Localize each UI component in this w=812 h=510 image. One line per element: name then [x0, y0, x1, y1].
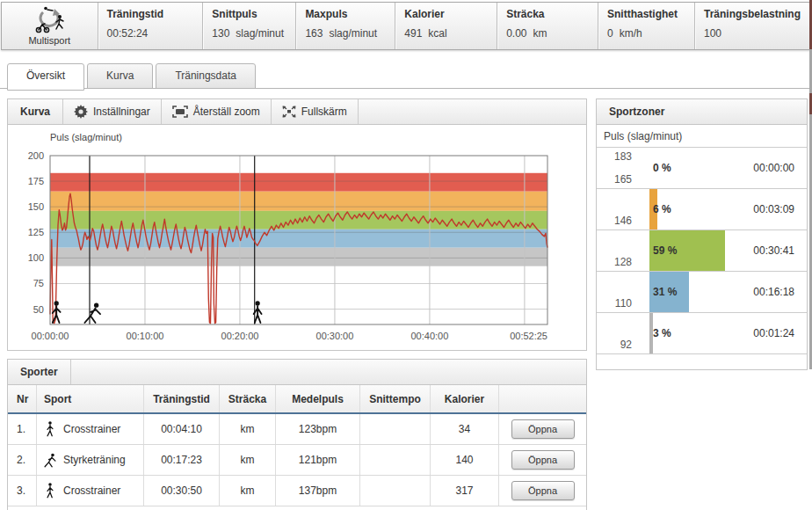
x-axis-tick: 00:40:00	[411, 331, 449, 341]
tab-versikt[interactable]: Översikt	[7, 63, 84, 91]
cell-action: Öppna	[498, 476, 586, 506]
header-stat: Träningsbelastning100	[694, 3, 809, 49]
x-axis-tick: 00:52:25	[510, 331, 547, 341]
stat-value: 130slag/minut	[212, 27, 286, 40]
col-header: Träningstid	[143, 385, 219, 412]
sport-figure-icon	[45, 454, 55, 467]
crosstrainer-icon	[44, 482, 56, 499]
cell-calories: 317	[430, 476, 498, 506]
fullscreen-icon	[282, 106, 296, 118]
open-button[interactable]: Öppna	[511, 450, 575, 470]
zone-time: 00:16:18	[753, 286, 794, 298]
header-stat: Snitthastighet0km/h	[598, 3, 694, 49]
y-axis-tick: 50	[33, 304, 44, 315]
chart-axis-title: Puls (slag/minut)	[50, 132, 122, 142]
stat-value: 0.00km	[506, 27, 589, 40]
cell-avg-hr: 137bpm	[275, 476, 359, 506]
col-header: Medelpuls	[275, 385, 359, 412]
stat-value-number: 100	[704, 27, 721, 40]
tool-button-label: Återställ zoom	[193, 106, 260, 118]
sport-name: Crosstrainer	[63, 484, 120, 497]
heart-rate-chart-area: Puls (slag/minut) 200175150125100755000:…	[8, 125, 586, 352]
stat-value: 100	[704, 27, 801, 40]
stat-value-unit: slag/minut	[236, 27, 284, 40]
training-app-window: Multisport Träningstid00:52:24Snittpuls1…	[0, 0, 812, 510]
cell-sport: Crosstrainer	[36, 476, 143, 506]
sportzones-header: Sportzoner	[597, 99, 807, 125]
reset-zoom-button[interactable]: Återställ zoom	[162, 99, 272, 124]
tab-kurva[interactable]: Kurva	[87, 63, 153, 89]
zone-lower-bound: 110	[597, 297, 632, 310]
stat-label: Sträcka	[506, 8, 589, 20]
cell-pace	[359, 476, 430, 506]
header-stat: Maxpuls163slag/minut	[295, 3, 395, 49]
cell-pace	[359, 414, 430, 444]
x-axis-tick: 00:30:00	[316, 331, 354, 341]
y-axis-tick: 75	[33, 278, 44, 288]
summary-bar: Multisport Träningstid00:52:24Snittpuls1…	[1, 2, 810, 50]
cell-time: 00:17:23	[143, 445, 219, 475]
fullscreen-button[interactable]: Fullskärm	[272, 99, 359, 124]
col-header: Sträcka	[219, 385, 275, 412]
heart-rate-chart[interactable]: 200175150125100755000:00:0000:10:0000:20…	[15, 152, 560, 349]
stat-value: 00:52:24	[107, 27, 194, 40]
zone-percent: 3 %	[653, 327, 671, 339]
col-header: Sport	[36, 385, 143, 412]
zone-lower-bound: 92	[597, 339, 632, 351]
zone-row: 11031 %00:16:18	[597, 272, 807, 313]
sport-type-label: Multisport	[28, 35, 70, 46]
hr-zone-band	[50, 248, 547, 266]
crosstrainer-icon	[44, 420, 56, 438]
cell-time: 00:04:10	[143, 414, 219, 444]
zone-row: 1466 %00:03:09	[597, 189, 807, 230]
col-header: Kalorier	[430, 385, 498, 412]
zone-time: 00:00:00	[753, 162, 794, 174]
header-stat: Sträcka0.00km	[497, 3, 598, 49]
zone-percent: 6 %	[653, 203, 671, 215]
zone-row: 1831650 %00:00:00	[597, 148, 807, 189]
zone-lower-bound: 128	[597, 256, 632, 268]
stat-value-unit: km	[533, 27, 547, 40]
sports-table-header: NrSportTräningstidSträckaMedelpulsSnitte…	[8, 385, 586, 414]
cell-nr: 2.	[8, 445, 36, 475]
stat-value-number: 130	[212, 27, 229, 40]
zone-row: 12859 %00:30:41	[597, 230, 807, 272]
curve-panel: Kurva InställningarÅterställ zoomFullskä…	[7, 98, 587, 351]
zone-rows: 1831650 %00:00:001466 %00:03:0912859 %00…	[597, 148, 807, 354]
y-axis-tick: 150	[28, 201, 44, 212]
zone-time: 00:03:09	[753, 203, 794, 215]
styrketrning-icon	[44, 451, 56, 469]
tool-button-label: Inställningar	[93, 106, 150, 118]
gear-icon	[74, 105, 88, 119]
gear-button[interactable]: Inställningar	[63, 99, 162, 124]
sport-figure-icon	[47, 421, 53, 436]
zone-time: 00:01:24	[753, 327, 794, 339]
stat-label: Träningsbelastning	[704, 8, 801, 20]
open-button[interactable]: Öppna	[511, 419, 575, 439]
col-header	[498, 385, 586, 412]
sportzones-title: Sportzoner	[597, 99, 677, 124]
stat-value-number: 00:52:24	[107, 27, 149, 40]
col-header: Snittempo	[359, 385, 430, 412]
stat-value: 163slag/minut	[305, 27, 386, 40]
sportzones-panel: Sportzoner Puls (slag/minut) 1831650 %00…	[596, 98, 808, 370]
cell-avg-hr: 123bpm	[275, 414, 359, 444]
sport-row: 1.Crosstrainer00:04:10km123bpm34Öppna	[8, 414, 586, 445]
stat-label: Kalorier	[404, 8, 488, 20]
hr-zone-band	[50, 192, 547, 211]
stat-value-unit: slag/minut	[329, 27, 377, 40]
header-stat: Träningstid00:52:24	[98, 3, 203, 49]
cell-avg-hr: 121bpm	[275, 445, 359, 475]
cell-sport: Crosstrainer	[36, 414, 143, 444]
sports-panel: Sporter NrSportTräningstidSträckaMedelpu…	[7, 359, 587, 510]
open-button[interactable]: Öppna	[511, 481, 575, 500]
y-axis-tick: 125	[28, 227, 44, 237]
cell-distance: km	[219, 445, 275, 475]
reset-zoom-icon	[172, 106, 188, 118]
cell-distance: km	[219, 414, 275, 444]
zone-lower-bound: 146	[597, 215, 632, 227]
curve-panel-title: Kurva	[8, 99, 63, 124]
tab-trningsdata[interactable]: Träningsdata	[156, 63, 256, 89]
cell-distance: km	[219, 476, 275, 506]
stat-value: 0km/h	[607, 27, 685, 40]
